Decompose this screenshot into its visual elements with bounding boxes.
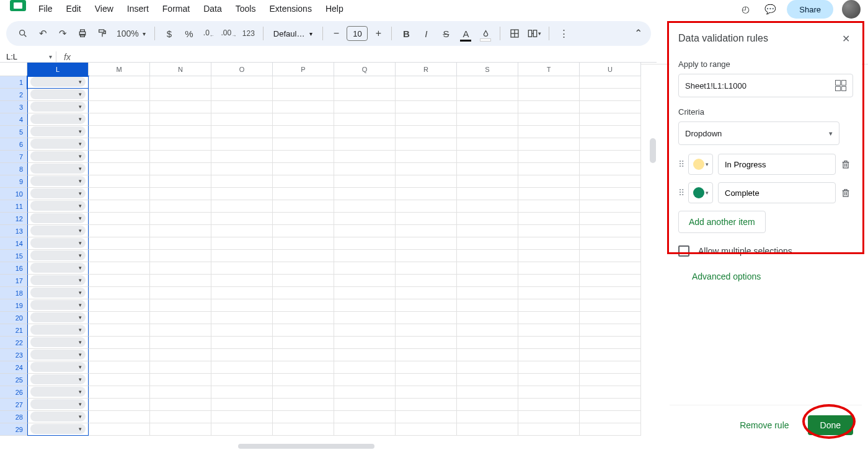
cell[interactable] [150,175,211,188]
cell[interactable] [273,299,334,312]
cell[interactable] [580,361,641,374]
cell[interactable] [27,337,89,349]
menu-help[interactable]: Help [319,1,350,16]
cell[interactable] [89,299,150,312]
more-formats-button[interactable]: 123 [241,25,257,42]
cell[interactable] [396,151,457,163]
row-header[interactable]: 24 [0,361,27,374]
cell[interactable] [89,89,150,101]
cell[interactable] [27,188,89,200]
add-item-button[interactable]: Add another item [678,211,766,233]
dropdown-chip[interactable] [30,275,86,285]
dropdown-chip[interactable] [30,201,86,211]
cell[interactable] [396,374,457,386]
cell[interactable] [211,374,273,386]
cell[interactable] [580,262,641,275]
row-header[interactable]: 26 [0,386,27,399]
cell[interactable] [273,423,334,436]
cell[interactable] [580,89,641,101]
cell[interactable] [27,312,89,324]
cell[interactable] [273,324,334,337]
cell[interactable] [580,250,641,262]
select-all-corner[interactable] [0,63,27,76]
cell[interactable] [273,151,334,163]
cell[interactable] [150,337,211,349]
select-range-icon[interactable] [835,80,846,91]
dropdown-chip[interactable] [30,176,86,186]
cell[interactable] [396,299,457,312]
cell[interactable] [457,89,518,101]
cell[interactable] [396,287,457,299]
delete-option-icon[interactable] [841,188,853,198]
cell[interactable] [211,423,273,436]
cell[interactable] [273,126,334,138]
cell[interactable] [580,126,641,138]
row-header[interactable]: 15 [0,250,27,262]
cell[interactable] [580,200,641,213]
cell[interactable] [273,386,334,399]
cell[interactable] [457,163,518,175]
decrease-decimal-button[interactable]: .0← [201,25,217,42]
dropdown-chip[interactable] [30,412,86,421]
cell[interactable] [396,138,457,151]
column-header-U[interactable]: U [580,63,641,76]
cell[interactable] [150,299,211,312]
row-header[interactable]: 20 [0,312,27,324]
cell[interactable] [396,163,457,175]
cell[interactable] [150,287,211,299]
cell[interactable] [211,225,273,237]
row-header[interactable]: 12 [0,213,27,225]
cell[interactable] [27,89,89,101]
dropdown-chip[interactable] [30,362,86,372]
cell[interactable] [518,386,580,399]
dropdown-chip[interactable] [30,312,86,322]
cell[interactable] [273,101,334,113]
cell[interactable] [580,411,641,423]
cell[interactable] [150,163,211,175]
cell[interactable] [89,262,150,275]
cell[interactable] [27,386,89,399]
cell[interactable] [89,312,150,324]
cell[interactable] [396,262,457,275]
row-header[interactable]: 2 [0,89,27,101]
cell[interactable] [89,113,150,126]
dropdown-chip[interactable] [30,300,86,310]
cell[interactable] [334,299,396,312]
cell[interactable] [580,163,641,175]
cell[interactable] [89,287,150,299]
cell[interactable] [580,213,641,225]
cell[interactable] [273,361,334,374]
cell[interactable] [396,76,457,89]
cell[interactable] [518,163,580,175]
cell[interactable] [334,312,396,324]
fill-color-button[interactable] [477,25,494,42]
cell[interactable] [396,423,457,436]
cell[interactable] [89,76,150,89]
cell[interactable] [580,287,641,299]
row-header[interactable]: 8 [0,163,27,175]
close-icon[interactable]: ✕ [838,31,853,46]
cell[interactable] [457,200,518,213]
text-color-button[interactable]: A [458,25,474,42]
cell[interactable] [211,175,273,188]
column-header-S[interactable]: S [457,63,518,76]
row-header[interactable]: 11 [0,200,27,213]
dropdown-chip[interactable] [30,350,86,360]
cell[interactable] [580,275,641,287]
name-box[interactable]: L:L▾ [0,52,56,61]
cell[interactable] [211,163,273,175]
cell[interactable] [580,399,641,411]
cell[interactable] [150,312,211,324]
cell[interactable] [27,101,89,113]
cell[interactable] [211,200,273,213]
dropdown-chip[interactable] [30,164,86,174]
cell[interactable] [518,101,580,113]
cell[interactable] [27,138,89,151]
cell[interactable] [273,76,334,89]
cell[interactable] [334,237,396,250]
avatar[interactable] [842,0,861,19]
cell[interactable] [334,213,396,225]
cell[interactable] [150,349,211,361]
menu-format[interactable]: Format [156,1,196,16]
currency-button[interactable]: $ [161,25,177,42]
